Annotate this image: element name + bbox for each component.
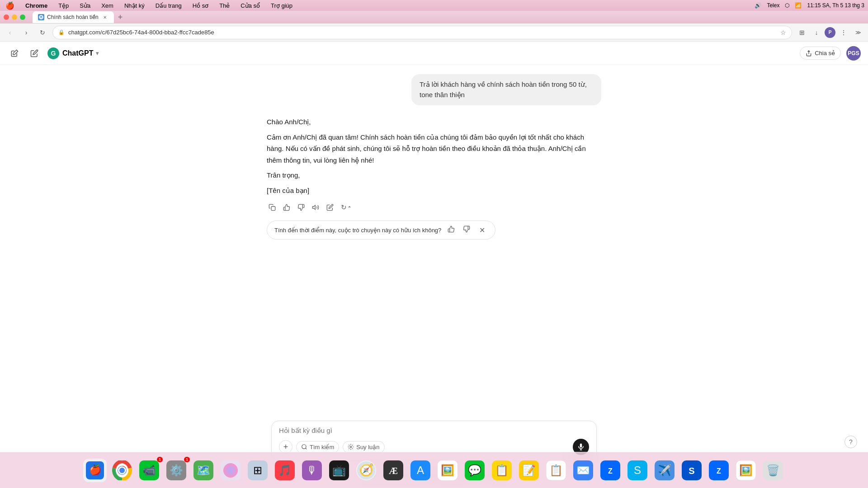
dock-mail[interactable]: ✉️ bbox=[571, 459, 595, 482]
address-bar[interactable]: 🔒 chatgpt.com/c/67d25bc6-74a4-800d-bba2-… bbox=[52, 26, 792, 39]
new-tab-button[interactable]: + bbox=[114, 11, 127, 23]
menu-hoso[interactable]: Hồ sơ bbox=[191, 2, 211, 9]
edit-response-button[interactable] bbox=[325, 202, 335, 213]
feedback-close-button[interactable]: ✕ bbox=[476, 225, 488, 235]
bluetooth-icon[interactable]: ⬡ bbox=[785, 2, 789, 9]
svg-text:S: S bbox=[634, 464, 641, 476]
sidebar-button[interactable]: ≫ bbox=[852, 26, 864, 39]
browser-title-bar: Chính sách hoàn tiền ✕ + bbox=[0, 11, 868, 23]
dock-chrome[interactable] bbox=[110, 459, 134, 482]
dock-facetime[interactable]: 📹 1 bbox=[137, 459, 161, 482]
active-tab[interactable]: Chính sách hoàn tiền ✕ bbox=[33, 11, 114, 23]
close-window-button[interactable] bbox=[4, 14, 9, 20]
dock-appletv[interactable]: 📺 bbox=[327, 459, 351, 482]
svg-text:⚙️: ⚙️ bbox=[170, 464, 183, 477]
dock-trash[interactable]: 🗑️ bbox=[761, 459, 785, 482]
menu-tep[interactable]: Tệp bbox=[57, 2, 71, 9]
svg-rect-4 bbox=[271, 206, 275, 211]
extensions-button[interactable]: ⊞ bbox=[796, 26, 808, 39]
dock-appstore[interactable]: A bbox=[409, 459, 432, 482]
dock-zalo2[interactable]: Z bbox=[707, 459, 731, 482]
dock-settings[interactable]: ⚙️ 1 bbox=[165, 459, 188, 482]
svg-point-26 bbox=[223, 463, 238, 478]
svg-text:A: A bbox=[417, 464, 424, 476]
search-label: Tìm kiếm bbox=[310, 444, 334, 450]
maximize-window-button[interactable] bbox=[20, 14, 25, 20]
copy-button[interactable] bbox=[267, 202, 278, 213]
wifi-icon[interactable]: 📶 bbox=[795, 2, 802, 9]
menu-sua[interactable]: Sửa bbox=[78, 2, 92, 9]
thumbs-up-button[interactable] bbox=[281, 202, 292, 213]
svg-point-6 bbox=[302, 445, 306, 449]
bookmark-icon[interactable]: ☆ bbox=[780, 29, 786, 36]
chat-input[interactable] bbox=[279, 427, 589, 434]
svg-text:🗑️: 🗑️ bbox=[766, 464, 780, 477]
dock-stickies[interactable]: 📝 bbox=[517, 459, 541, 482]
dock-reminders[interactable]: 📋 bbox=[544, 459, 568, 482]
dock-photos[interactable]: 🖼️ bbox=[436, 459, 459, 482]
feedback-thumbs-down[interactable] bbox=[461, 225, 472, 235]
profile-avatar[interactable]: P bbox=[825, 27, 835, 38]
tab-close-button[interactable]: ✕ bbox=[101, 14, 108, 21]
dock-zalo[interactable]: Z bbox=[599, 459, 622, 482]
app-dropdown-icon[interactable]: ▾ bbox=[96, 50, 99, 56]
menu-button[interactable]: ⋮ bbox=[837, 26, 850, 39]
reload-button[interactable]: ↻ bbox=[36, 26, 49, 39]
assistant-text: Chào Anh/Chị, Cảm ơn Anh/Chị đã quan tâm… bbox=[267, 116, 601, 196]
dock-podcasts[interactable]: 🎙 bbox=[300, 459, 324, 482]
dock-skype[interactable]: S bbox=[626, 459, 649, 482]
forward-button[interactable]: › bbox=[20, 26, 33, 39]
reasoning-button[interactable]: Suy luận bbox=[343, 441, 384, 453]
feedback-thumbs-up[interactable] bbox=[446, 225, 457, 235]
telex-indicator: Telex bbox=[767, 2, 779, 9]
lock-icon: 🔒 bbox=[58, 29, 65, 35]
svg-text:🎙: 🎙 bbox=[307, 464, 317, 476]
chat-content: Trả lời khách hàng về chính sách hoàn ti… bbox=[267, 74, 601, 245]
dock-maps[interactable]: 🗺️ bbox=[192, 459, 215, 482]
dock-notes[interactable]: 📋 bbox=[490, 459, 514, 482]
app-logo[interactable]: G ChatGPT ▾ bbox=[47, 47, 99, 60]
dock-music[interactable]: 🎵 bbox=[273, 459, 297, 482]
menu-dautrang[interactable]: Dấu trang bbox=[154, 2, 184, 9]
dock-siri[interactable] bbox=[219, 459, 242, 482]
new-chat-button[interactable] bbox=[7, 46, 22, 61]
traffic-lights bbox=[4, 14, 25, 20]
share-button[interactable]: Chia sẻ bbox=[800, 47, 841, 60]
back-button[interactable]: ‹ bbox=[4, 26, 16, 39]
dock-artstudio[interactable]: Æ bbox=[382, 459, 405, 482]
search-button[interactable]: Tìm kiếm bbox=[296, 441, 339, 453]
svg-text:🍎: 🍎 bbox=[89, 464, 102, 476]
svg-text:📝: 📝 bbox=[522, 464, 536, 477]
edit-chat-button[interactable] bbox=[27, 46, 42, 61]
menu-cuaso[interactable]: Cửa sổ bbox=[239, 2, 262, 9]
svg-text:💬: 💬 bbox=[468, 464, 481, 477]
dock-sourcetree[interactable]: S bbox=[680, 459, 703, 482]
audio-button[interactable] bbox=[310, 202, 321, 213]
dock-safari[interactable]: 🧭 bbox=[354, 459, 378, 482]
help-button[interactable]: ? bbox=[844, 436, 857, 448]
facetime-badge: 1 bbox=[157, 457, 163, 462]
user-avatar[interactable]: PGS bbox=[846, 46, 861, 61]
apple-menu[interactable]: 🍎 bbox=[4, 1, 16, 10]
dock-airmail[interactable]: ✈️ bbox=[653, 459, 676, 482]
svg-text:🖼️: 🖼️ bbox=[441, 464, 454, 477]
app-toolbar: G ChatGPT ▾ Chia sẻ PGS bbox=[0, 42, 868, 65]
svg-text:Æ: Æ bbox=[389, 466, 398, 476]
menu-trogiup[interactable]: Trợ giúp bbox=[269, 2, 294, 9]
dock-finder[interactable]: 🍎 bbox=[83, 459, 107, 482]
thumbs-down-button[interactable] bbox=[296, 202, 307, 213]
menu-nhatky[interactable]: Nhật ký bbox=[123, 2, 146, 9]
menu-bar-right: 🔊 Telex ⬡ 📶 11:15 SA, Th 5 13 thg 3 bbox=[755, 2, 864, 9]
menu-the[interactable]: Thẻ bbox=[217, 2, 231, 9]
volume-icon[interactable]: 🔊 bbox=[755, 2, 761, 9]
regenerate-button[interactable]: ↻ bbox=[339, 202, 354, 213]
download-button[interactable]: ↓ bbox=[810, 26, 823, 39]
dock-messages[interactable]: 💬 bbox=[463, 459, 486, 482]
datetime: 11:15 SA, Th 5 13 thg 3 bbox=[807, 2, 864, 9]
menu-xem[interactable]: Xem bbox=[99, 2, 115, 9]
dock-preview[interactable]: 🖼️ bbox=[734, 459, 758, 482]
dock-launchpad[interactable]: ⊞ bbox=[246, 459, 269, 482]
url-display: chatgpt.com/c/67d25bc6-74a4-800d-bba2-ff… bbox=[68, 29, 777, 36]
menu-chrome[interactable]: Chrome bbox=[24, 2, 49, 9]
minimize-window-button[interactable] bbox=[12, 14, 17, 20]
